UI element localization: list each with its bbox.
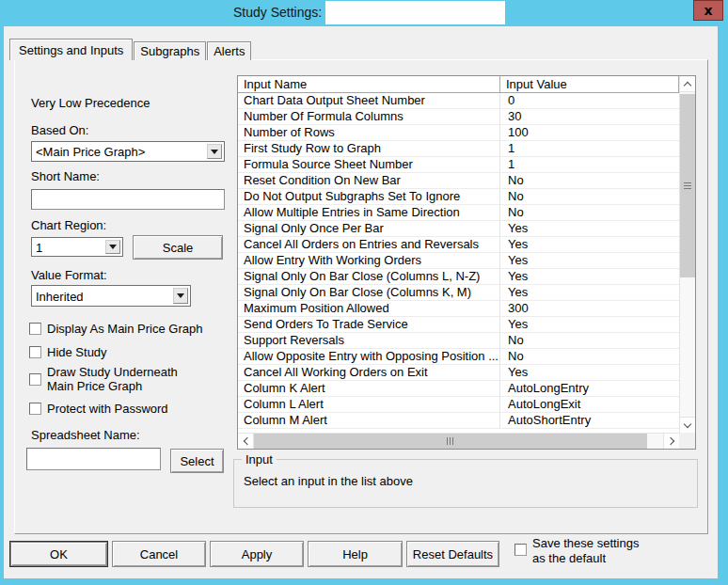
chart-region-select[interactable]: 1: [31, 237, 123, 257]
input-value-cell: 1: [500, 141, 679, 156]
table-row[interactable]: Column L AlertAutoLongExit: [238, 397, 679, 413]
horizontal-scrollbar-thumb[interactable]: [254, 434, 647, 449]
cancel-button[interactable]: Cancel: [112, 541, 206, 567]
scroll-left-button[interactable]: [238, 434, 254, 449]
close-icon: x: [704, 4, 712, 17]
input-name-cell: Column M Alert: [238, 413, 500, 428]
scale-button[interactable]: Scale: [133, 235, 223, 260]
checkbox-row[interactable]: Hide Study: [29, 345, 228, 359]
table-row[interactable]: Reset Condition On New BarNo: [238, 173, 679, 189]
chevron-down-icon[interactable]: [207, 144, 222, 159]
input-value-cell: No: [500, 189, 679, 204]
input-name-cell: Allow Opposite Entry with Opposing Posit…: [238, 349, 500, 364]
chart-region-label: Chart Region:: [31, 218, 106, 232]
table-row[interactable]: Do Not Output Subgraphs Set To IgnoreNo: [238, 189, 679, 205]
input-name-cell: Column L Alert: [238, 397, 500, 412]
save-default-label: Save these settings as the default: [532, 536, 643, 566]
input-value-cell: No: [500, 205, 679, 220]
table-row[interactable]: First Study Row to Graph1: [238, 141, 679, 157]
table-row[interactable]: Maximum Position Allowed300: [238, 301, 679, 317]
spreadsheet-name-input[interactable]: [26, 448, 161, 470]
horizontal-scrollbar[interactable]: [238, 433, 679, 449]
checkbox-row[interactable]: Draw Study Underneath Main Price Graph: [29, 365, 228, 393]
tab-alerts[interactable]: Alerts: [207, 41, 251, 60]
scrollbar-corner: [679, 433, 695, 449]
short-name-input[interactable]: [31, 189, 225, 210]
table-row[interactable]: Signal Only Once Per BarYes: [238, 221, 679, 237]
chevron-down-icon[interactable]: [105, 240, 120, 254]
column-header-input-name[interactable]: Input Name: [238, 76, 500, 92]
checkbox-row[interactable]: Display As Main Price Graph: [29, 322, 228, 336]
value-format-select[interactable]: Inherited: [31, 285, 191, 307]
input-name-cell: Send Orders To Trade Service: [238, 317, 500, 332]
scroll-down-button[interactable]: [680, 417, 695, 433]
input-name-cell: Do Not Output Subgraphs Set To Ignore: [238, 189, 500, 204]
checkbox[interactable]: [29, 403, 41, 415]
close-button[interactable]: x: [693, 0, 723, 21]
inputs-table: Input Name Input Value Chart Data Output…: [237, 75, 696, 450]
input-name-cell: Allow Multiple Entries in Same Direction: [238, 205, 500, 220]
save-default-checkbox[interactable]: [514, 544, 527, 556]
grip-icon: [684, 182, 691, 190]
input-name-cell: Signal Only Once Per Bar: [238, 221, 500, 236]
checkbox[interactable]: [29, 323, 41, 335]
input-value-cell: Yes: [500, 237, 679, 252]
input-name-cell: Number of Rows: [238, 125, 500, 140]
based-on-label: Based On:: [31, 123, 88, 137]
checkbox[interactable]: [29, 346, 41, 358]
table-row[interactable]: Formula Source Sheet Number1: [238, 157, 679, 173]
table-row[interactable]: Allow Opposite Entry with Opposing Posit…: [238, 349, 679, 365]
left-checkbox-group: Display As Main Price GraphHide StudyDra…: [29, 322, 228, 416]
table-row[interactable]: Allow Multiple Entries in Same Direction…: [238, 205, 679, 221]
input-value-cell: No: [500, 349, 679, 364]
scroll-up-button[interactable]: [680, 76, 695, 92]
table-row[interactable]: Column M AlertAutoShortEntry: [238, 413, 679, 429]
tab-subgraphs[interactable]: Subgraphs: [134, 41, 206, 60]
save-default-checkbox-row[interactable]: Save these settings as the default: [514, 536, 643, 566]
grip-icon: [447, 437, 454, 445]
table-row[interactable]: Support ReversalsNo: [238, 333, 679, 349]
based-on-select[interactable]: <Main Price Graph>: [31, 141, 225, 162]
column-header-input-value[interactable]: Input Value: [500, 76, 679, 92]
input-value-cell: Yes: [500, 253, 679, 268]
table-row[interactable]: Number Of Formula Columns30: [238, 109, 679, 125]
checkbox[interactable]: [29, 373, 41, 386]
vertical-scrollbar-thumb[interactable]: [680, 94, 695, 277]
tab-settings-and-inputs[interactable]: Settings and Inputs: [9, 39, 133, 60]
footer-buttons: OKCancelApplyHelpReset Defaults: [9, 541, 503, 567]
table-row[interactable]: Number of Rows100: [238, 125, 679, 141]
input-value-cell: AutoLongEntry: [500, 381, 679, 396]
help-button[interactable]: Help: [308, 541, 403, 567]
chevron-down-icon[interactable]: [173, 288, 188, 304]
input-name-cell: Formula Source Sheet Number: [238, 157, 500, 172]
input-value-cell: Yes: [500, 221, 679, 236]
input-name-cell: Cancel All Orders on Entries and Reversa…: [238, 237, 500, 252]
ok-button[interactable]: OK: [9, 541, 108, 567]
vertical-scrollbar[interactable]: [679, 76, 695, 433]
input-value-cell: AutoLongExit: [500, 397, 679, 412]
table-row[interactable]: Chart Data Output Sheet Number0: [238, 93, 679, 109]
input-name-cell: Number Of Formula Columns: [238, 109, 500, 124]
checkbox-label: Protect with Password: [47, 402, 168, 416]
scroll-right-button[interactable]: [663, 434, 679, 449]
input-value-cell: Yes: [500, 317, 679, 332]
input-value-cell: 30: [500, 109, 679, 124]
table-row[interactable]: Send Orders To Trade ServiceYes: [238, 317, 679, 333]
input-name-cell: Maximum Position Allowed: [238, 301, 500, 316]
input-value-cell: 300: [500, 301, 679, 316]
table-row[interactable]: Allow Entry With Working OrdersYes: [238, 253, 679, 269]
input-name-cell: First Study Row to Graph: [238, 141, 500, 156]
apply-button[interactable]: Apply: [210, 541, 304, 567]
chart-region-value: 1: [36, 240, 42, 254]
table-row[interactable]: Signal Only On Bar Close (Columns L, N-Z…: [238, 269, 679, 285]
table-row[interactable]: Signal Only On Bar Close (Columns K, M)Y…: [238, 285, 679, 301]
table-row[interactable]: Cancel All Working Orders on ExitYes: [238, 365, 679, 381]
table-row[interactable]: Cancel All Orders on Entries and Reversa…: [238, 237, 679, 253]
select-button[interactable]: Select: [170, 449, 224, 473]
checkbox-label: Display As Main Price Graph: [47, 322, 202, 336]
reset-defaults-button[interactable]: Reset Defaults: [406, 541, 499, 567]
spreadsheet-name-label: Spreadsheet Name:: [31, 428, 140, 442]
input-group-title: Input: [242, 452, 277, 466]
table-row[interactable]: Column K AlertAutoLongEntry: [238, 381, 679, 397]
checkbox-row[interactable]: Protect with Password: [29, 402, 228, 416]
